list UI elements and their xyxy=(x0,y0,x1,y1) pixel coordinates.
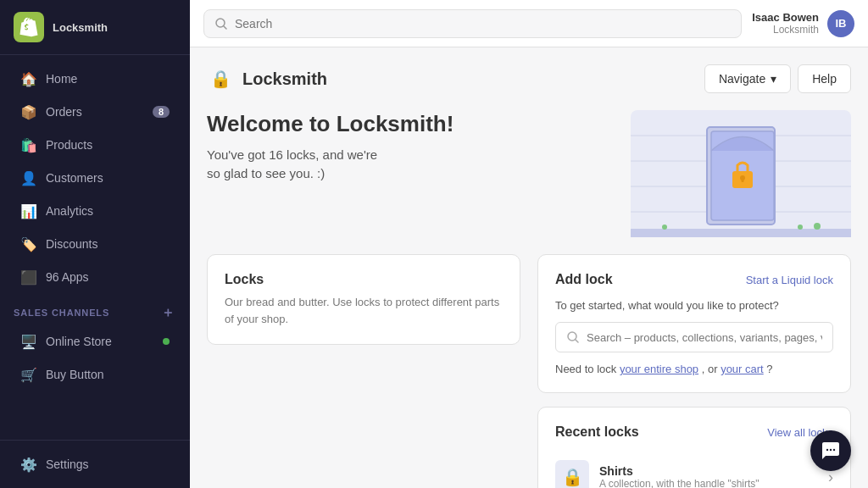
recent-locks-title: Recent locks xyxy=(555,424,639,440)
svg-rect-11 xyxy=(742,178,744,182)
user-area[interactable]: Isaac Bowen Locksmith IB xyxy=(752,10,854,37)
search-input[interactable] xyxy=(235,17,731,30)
sidebar-item-orders[interactable]: 📦 Orders 8 xyxy=(7,96,183,128)
sidebar-item-online-store-label: Online Store xyxy=(46,335,112,348)
need-lock-qmark: ? xyxy=(766,363,772,375)
navigate-label: Navigate xyxy=(719,72,765,86)
discounts-icon: 🏷️ xyxy=(20,236,37,252)
add-channel-button[interactable]: ＋ xyxy=(159,304,176,321)
svg-point-20 xyxy=(833,449,835,451)
search-bar[interactable] xyxy=(203,9,742,38)
welcome-line2: so glad to see you. :) xyxy=(207,166,325,180)
add-lock-panel: Add lock Start a Liquid lock To get star… xyxy=(537,254,851,393)
user-info: Isaac Bowen Locksmith xyxy=(752,11,819,36)
sidebar-nav: 🏠 Home 📦 Orders 8 🛍️ Products 👤 Customer… xyxy=(0,55,190,440)
sidebar-item-customers[interactable]: 👤 Customers xyxy=(7,162,183,194)
store-name-label: Locksmith xyxy=(53,21,108,34)
avatar: IB xyxy=(827,10,854,37)
topbar: Isaac Bowen Locksmith IB xyxy=(190,0,868,47)
sidebar-item-settings-label: Settings xyxy=(46,458,89,471)
svg-point-14 xyxy=(798,225,803,230)
welcome-heading: Welcome to Locksmith! xyxy=(207,110,614,139)
welcome-illustration xyxy=(631,110,851,237)
start-liquid-lock-link[interactable]: Start a Liquid lock xyxy=(746,274,833,286)
two-column-layout: Locks Our bread and butter. Use locks to… xyxy=(207,254,851,488)
welcome-subtext: You've got 16 locks, and we're so glad t… xyxy=(207,146,614,184)
sidebar-bottom: ⚙️ Settings xyxy=(0,440,190,488)
settings-icon: ⚙️ xyxy=(20,456,37,473)
page-title: Locksmith xyxy=(242,69,327,89)
help-label: Help xyxy=(812,72,837,86)
orders-badge: 8 xyxy=(153,106,170,118)
locks-card: Locks Our bread and butter. Use locks to… xyxy=(207,254,520,345)
door-illustration-svg xyxy=(631,110,851,237)
header-actions: Navigate ▾ Help xyxy=(704,64,851,93)
recent-locks-header: Recent locks View all locks xyxy=(555,424,833,440)
sidebar-item-settings[interactable]: ⚙️ Settings xyxy=(7,448,183,480)
sidebar-item-discounts-label: Discounts xyxy=(46,237,97,251)
lock-item-description: A collection, with the handle "shirts" xyxy=(599,478,818,488)
svg-point-18 xyxy=(826,449,828,451)
sidebar-item-products[interactable]: 🛍️ Products xyxy=(7,129,183,161)
svg-point-15 xyxy=(814,223,821,230)
svg-line-17 xyxy=(576,340,578,342)
user-store: Locksmith xyxy=(752,24,819,36)
svg-line-1 xyxy=(224,26,226,29)
sidebar-item-analytics[interactable]: 📊 Analytics xyxy=(7,195,183,227)
sidebar-item-apps-label: 96 Apps xyxy=(46,270,89,284)
need-lock-or: , or xyxy=(702,363,721,375)
user-name: Isaac Bowen xyxy=(752,11,819,24)
sidebar-item-orders-label: Orders xyxy=(46,105,82,119)
sidebar-item-products-label: Products xyxy=(46,138,92,152)
page-lock-icon: 🔒 xyxy=(207,65,234,92)
sidebar-item-buy-button-label: Buy Button xyxy=(46,368,104,381)
sidebar-item-apps[interactable]: ⬛ 96 Apps xyxy=(7,261,183,293)
help-button[interactable]: Help xyxy=(798,64,851,93)
online-store-icon: 🖥️ xyxy=(20,333,37,350)
lock-item-info: Shirts A collection, with the handle "sh… xyxy=(599,464,818,488)
online-store-status-dot xyxy=(163,338,170,345)
lock-item-name: Shirts xyxy=(599,464,818,478)
chat-icon xyxy=(821,441,841,461)
buy-button-icon: 🛒 xyxy=(20,366,37,383)
need-lock-text: Need to lock your entire shop , or your … xyxy=(555,363,833,375)
add-lock-panel-header: Add lock Start a Liquid lock xyxy=(555,272,833,287)
sidebar-item-analytics-label: Analytics xyxy=(46,204,93,218)
your-cart-link[interactable]: your cart xyxy=(721,363,764,375)
recent-locks-panel: Recent locks View all locks 🔒 Shirts A c… xyxy=(537,407,851,488)
add-lock-subtitle: To get started, what would you like to p… xyxy=(555,299,833,312)
apps-icon: ⬛ xyxy=(20,269,37,286)
lock-item-thumbnail: 🔒 xyxy=(555,460,589,488)
welcome-text: Welcome to Locksmith! You've got 16 lock… xyxy=(207,110,614,237)
sidebar-item-home[interactable]: 🏠 Home xyxy=(7,63,183,95)
customers-icon: 👤 xyxy=(20,169,37,186)
svg-point-19 xyxy=(830,449,832,451)
welcome-line1: You've got 16 locks, and we're xyxy=(207,147,377,162)
add-lock-search-input[interactable] xyxy=(587,331,822,344)
svg-point-13 xyxy=(662,225,667,230)
navigate-button[interactable]: Navigate ▾ xyxy=(704,64,791,93)
left-column: Locks Our bread and butter. Use locks to… xyxy=(207,254,520,488)
page-title-row: 🔒 Locksmith xyxy=(207,65,327,92)
add-lock-search-row[interactable] xyxy=(555,322,833,352)
products-icon: 🛍️ xyxy=(20,136,37,153)
your-entire-shop-link[interactable]: your entire shop xyxy=(620,363,698,375)
welcome-section: Welcome to Locksmith! You've got 16 lock… xyxy=(207,110,851,237)
navigate-chevron-icon: ▾ xyxy=(771,72,776,86)
need-lock-prefix: Need to lock xyxy=(555,363,620,375)
analytics-icon: 📊 xyxy=(20,202,37,219)
lock-item[interactable]: 🔒 Shirts A collection, with the handle "… xyxy=(555,452,833,488)
search-icon xyxy=(214,17,228,30)
sidebar-item-home-label: Home xyxy=(46,72,77,86)
shopify-logo-icon xyxy=(14,12,44,42)
sidebar-item-buy-button[interactable]: 🛒 Buy Button xyxy=(7,358,183,391)
chat-bubble-button[interactable] xyxy=(810,430,851,471)
right-column: Add lock Start a Liquid lock To get star… xyxy=(537,254,851,488)
sidebar-logo[interactable]: Locksmith xyxy=(0,0,190,55)
sidebar-item-online-store[interactable]: 🖥️ Online Store xyxy=(7,325,183,358)
sales-channels-label: SALES CHANNELS xyxy=(14,308,109,318)
svg-rect-12 xyxy=(631,229,851,237)
sidebar-item-discounts[interactable]: 🏷️ Discounts xyxy=(7,228,183,260)
locks-card-description: Our bread and butter. Use locks to prote… xyxy=(225,294,503,327)
sidebar-item-customers-label: Customers xyxy=(46,171,103,185)
